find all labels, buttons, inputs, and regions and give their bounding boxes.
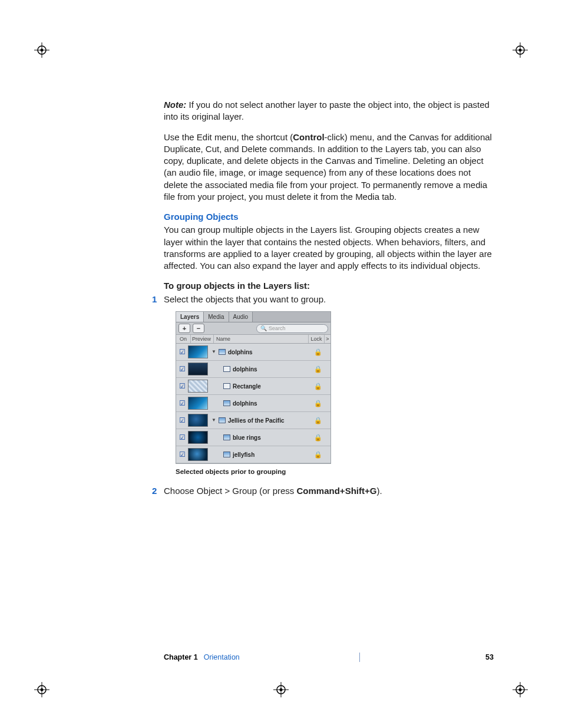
section-body: You can group multiple objects in the La… <box>164 224 494 272</box>
lock-icon[interactable]: 🔒 <box>312 416 325 425</box>
layer-name: dolphins <box>208 365 312 374</box>
layer-row-dolphins-group[interactable]: ☑ ▼ dolphins 🔒 <box>176 344 330 361</box>
chapter-label: Chapter 1 <box>164 653 198 661</box>
lock-icon[interactable]: 🔒 <box>312 450 325 459</box>
checkbox-icon[interactable]: ☑ <box>176 450 188 459</box>
crop-mark-icon <box>273 682 289 697</box>
col-on: On <box>176 335 191 343</box>
layer-row-blue-rings[interactable]: ☑ blue rings 🔒 <box>176 429 330 446</box>
note-label: Note: <box>164 100 186 110</box>
checkbox-icon[interactable]: ☑ <box>176 347 188 357</box>
remove-button[interactable]: − <box>193 324 204 333</box>
lock-icon[interactable]: 🔒 <box>312 365 325 374</box>
preview-thumbnail <box>188 414 208 427</box>
checkbox-icon[interactable]: ☑ <box>176 416 188 425</box>
column-headers: On Preview Name Lock > <box>176 335 330 344</box>
figure-caption: Selected objects prior to grouping <box>176 467 494 477</box>
step-text: Select the objects that you want to grou… <box>164 294 494 305</box>
preview-thumbnail <box>188 363 208 375</box>
checkbox-icon[interactable]: ☑ <box>176 364 188 374</box>
image-icon <box>223 400 230 406</box>
col-preview: Preview <box>191 335 214 343</box>
svg-point-19 <box>519 689 522 691</box>
lock-icon[interactable]: 🔒 <box>312 382 325 391</box>
shape-icon <box>223 383 230 389</box>
crop-mark-icon <box>34 682 49 697</box>
note-paragraph: Note: If you do not select another layer… <box>164 99 494 123</box>
checkbox-icon[interactable]: ☑ <box>176 398 188 408</box>
lock-icon[interactable]: 🔒 <box>312 433 325 442</box>
checkbox-icon[interactable]: ☑ <box>176 433 188 442</box>
chapter-title: Orientation <box>204 653 240 661</box>
text-icon <box>223 366 230 372</box>
content-area: Note: If you do not select another layer… <box>164 99 494 500</box>
page: Note: If you do not select another layer… <box>0 0 562 728</box>
preview-thumbnail <box>188 448 208 461</box>
layer-row-rectangle[interactable]: ☑ Rectangle 🔒 <box>176 378 330 395</box>
layer-name: Rectangle <box>208 383 312 391</box>
note-text: If you do not select another layer to pa… <box>164 100 490 121</box>
step-2: 2 Choose Object > Group (or press Comman… <box>164 485 494 497</box>
preview-thumbnail <box>188 397 208 410</box>
control-key: Control <box>293 132 324 142</box>
page-number: 53 <box>485 653 494 661</box>
rows: ☑ ▼ dolphins 🔒 ☑ dolphins <box>176 344 330 463</box>
step-1: 1 Select the objects that you want to gr… <box>164 294 494 305</box>
layer-name: ▼ Jellies of the Pacific <box>208 417 312 425</box>
step-text: Choose Object > Group (or press Command+… <box>164 485 494 497</box>
layer-name: blue rings <box>208 434 312 442</box>
tab-audio[interactable]: Audio <box>229 312 253 322</box>
col-name: Name <box>214 335 309 343</box>
crop-mark-icon <box>513 682 528 697</box>
lock-icon[interactable]: 🔒 <box>312 399 325 408</box>
crop-mark-icon <box>34 42 49 58</box>
step-number: 2 <box>152 485 157 497</box>
layer-row-jellies-group[interactable]: ☑ ▼ Jellies of the Pacific 🔒 <box>176 412 330 429</box>
tabs: Layers Media Audio <box>176 312 330 323</box>
preview-thumbnail <box>188 345 208 358</box>
step-number: 1 <box>152 294 157 305</box>
col-lock: Lock <box>309 335 325 343</box>
svg-point-11 <box>41 689 44 691</box>
edit-menu-paragraph: Use the Edit menu, the shortcut (Control… <box>164 131 494 203</box>
toolbar: + − 🔍 Search <box>176 322 330 335</box>
shortcut-key: Command+Shift+G <box>297 486 377 496</box>
svg-point-15 <box>280 689 283 691</box>
page-footer: Chapter 1 Orientation 53 <box>164 653 494 662</box>
disclosure-triangle-icon[interactable]: ▼ <box>211 417 216 424</box>
svg-point-7 <box>519 49 522 52</box>
layer-row-dolphins-text[interactable]: ☑ dolphins 🔒 <box>176 361 330 378</box>
procedure-title: To group objects in the Layers list: <box>164 280 494 292</box>
preview-thumbnail <box>188 380 208 393</box>
search-placeholder: Search <box>269 325 286 332</box>
preview-thumbnail <box>188 431 208 444</box>
col-arrow: > <box>325 335 330 343</box>
svg-point-3 <box>41 49 44 52</box>
search-input[interactable]: 🔍 Search <box>256 324 328 333</box>
layers-panel: Layers Media Audio + − 🔍 Search On Previ… <box>176 311 331 465</box>
section-heading-grouping-objects: Grouping Objects <box>164 211 494 223</box>
layer-icon <box>219 349 226 355</box>
lock-icon[interactable]: 🔒 <box>312 348 325 357</box>
footer-separator <box>359 653 360 662</box>
image-icon <box>223 434 230 440</box>
search-icon: 🔍 <box>260 325 267 332</box>
tab-layers[interactable]: Layers <box>176 312 204 322</box>
layer-row-jellyfish[interactable]: ☑ jellyfish 🔒 <box>176 446 330 463</box>
layer-name: jellyfish <box>208 451 312 459</box>
checkbox-icon[interactable]: ☑ <box>176 381 188 391</box>
add-button[interactable]: + <box>178 324 190 333</box>
crop-mark-icon <box>513 42 528 58</box>
disclosure-triangle-icon[interactable]: ▼ <box>211 349 216 355</box>
layer-name: ▼ dolphins <box>208 348 312 357</box>
layer-row-dolphins-img[interactable]: ☑ dolphins 🔒 <box>176 395 330 412</box>
layer-icon <box>219 417 226 423</box>
tab-media[interactable]: Media <box>204 312 229 322</box>
image-icon <box>223 452 230 457</box>
layer-name: dolphins <box>208 400 312 408</box>
